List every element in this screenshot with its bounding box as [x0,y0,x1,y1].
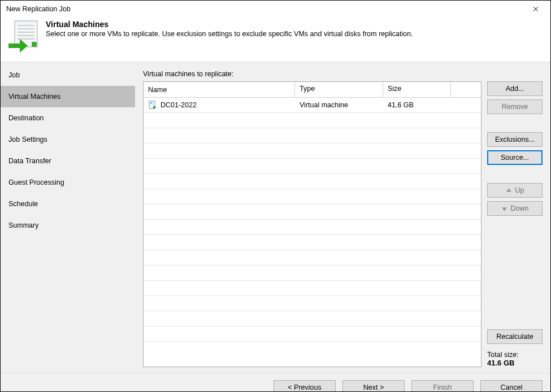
svg-marker-16 [502,207,507,211]
row-type: Virtual machine [295,101,383,109]
total-size-label: Total size: [487,351,543,359]
exclusions-button[interactable]: Exclusions... [487,132,543,147]
banner-heading: Virtual Machines [46,20,413,29]
window-titlebar: New Replication Job [1,1,550,18]
vm-grid[interactable]: Name Type Size DC01-2022Virtual machine4… [143,81,481,367]
step-data-transfer[interactable]: Data Transfer [1,150,135,172]
table-row-empty [144,128,481,143]
total-size-value: 41.6 GB [487,359,543,367]
table-row-empty [144,311,481,326]
row-size: 41.6 GB [383,101,451,109]
table-row-empty [144,220,481,235]
arrow-up-icon [506,188,512,194]
table-row-empty [144,326,481,342]
down-button[interactable]: Down [487,201,543,216]
table-row-empty [144,159,481,174]
source-button[interactable]: Source... [487,150,543,165]
arrow-down-icon [501,206,507,212]
finish-button[interactable]: Finish [411,380,474,392]
wizard-main-panel: Virtual machines to replicate: Name Type… [135,62,550,373]
wizard-banner: Virtual Machines Select one or more VMs … [1,18,550,62]
banner-subheading: Select one or more VMs to replicate. Use… [46,30,413,38]
column-name-header[interactable]: Name [144,82,295,97]
table-row-empty [144,143,481,159]
column-pad-header [451,82,481,97]
table-row-empty [144,113,481,128]
table-row-empty [144,281,481,296]
table-row-empty [144,204,481,220]
total-size-block: Total size: 41.6 GB [487,351,543,367]
close-button[interactable] [526,2,546,16]
column-type-header[interactable]: Type [295,82,383,97]
table-row-empty [144,235,481,250]
remove-button[interactable]: Remove [487,99,543,114]
vm-side-buttons: Add... Remove Exclusions... Source... Up… [487,81,543,367]
step-schedule[interactable]: Schedule [1,193,135,215]
window-title: New Replication Job [6,5,71,13]
step-virtual-machines[interactable]: Virtual Machines [1,86,135,107]
step-job-settings[interactable]: Job Settings [1,129,135,150]
step-job[interactable]: Job [1,64,135,86]
wizard-steps-sidebar: Job Virtual Machines Destination Job Set… [1,62,135,373]
table-row-empty [144,296,481,311]
wizard-banner-icon [8,20,39,55]
table-row-empty [144,174,481,189]
step-destination[interactable]: Destination [1,107,135,129]
cancel-button[interactable]: Cancel [480,380,543,392]
svg-rect-8 [32,42,36,46]
table-row-empty [144,189,481,204]
vm-icon [148,101,157,110]
table-row-empty [144,265,481,281]
svg-rect-12 [150,103,153,104]
up-button-label: Up [515,186,524,194]
table-row[interactable]: DC01-2022Virtual machine41.6 GB [144,98,481,113]
vm-grid-header: Name Type Size [144,82,481,98]
add-button[interactable]: Add... [487,81,543,96]
up-button[interactable]: Up [487,183,543,198]
svg-marker-15 [506,188,511,192]
svg-rect-11 [150,102,153,103]
down-button-label: Down [511,204,529,212]
column-size-header[interactable]: Size [383,82,451,97]
step-summary[interactable]: Summary [1,215,135,236]
next-button[interactable]: Next > [342,380,405,392]
table-row-empty [144,250,481,265]
wizard-footer: < Previous Next > Finish Cancel [1,373,550,392]
previous-button[interactable]: < Previous [274,380,336,392]
row-name: DC01-2022 [160,101,197,109]
vm-list-label: Virtual machines to replicate: [143,70,543,78]
close-icon [533,6,539,12]
step-guest-processing[interactable]: Guest Processing [1,172,135,193]
recalculate-button[interactable]: Recalculate [487,329,543,344]
